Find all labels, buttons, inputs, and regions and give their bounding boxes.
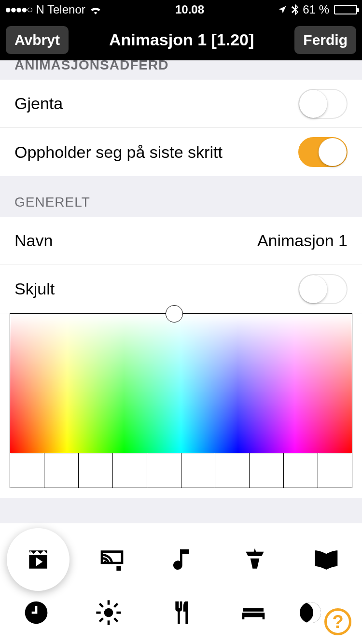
tab-brightness[interactable]: [80, 588, 138, 637]
color-swatch[interactable]: [215, 453, 250, 488]
tab-cast[interactable]: [83, 535, 141, 584]
question-mark-icon: ?: [332, 612, 343, 632]
status-bar: ●●●●○ N Telenor 10.08 61 %: [0, 0, 362, 19]
battery-icon: [334, 5, 357, 14]
svg-line-10: [114, 603, 118, 607]
svg-line-9: [99, 618, 103, 622]
color-swatch[interactable]: [318, 453, 352, 488]
bed-icon: [240, 599, 267, 626]
nav-bar: Avbryt Animasjon 1 [1.20] Ferdig: [0, 19, 362, 60]
svg-point-0: [104, 560, 107, 563]
section-header-general: GENERELT: [0, 176, 362, 217]
tab-book[interactable]: [297, 535, 355, 584]
tab-music[interactable]: [154, 535, 212, 584]
done-button[interactable]: Ferdig: [294, 26, 356, 54]
svg-line-7: [99, 603, 103, 607]
tab-animation[interactable]: [7, 528, 70, 591]
color-swatch[interactable]: [113, 453, 147, 488]
section-header-behavior: ANIMASJONSADFERD: [0, 57, 362, 80]
sun-icon: [95, 599, 122, 626]
hidden-label: Skjult: [14, 280, 55, 298]
carrier-label: N Telenor: [36, 3, 85, 16]
status-time: 10.08: [175, 3, 204, 16]
clock-icon: [23, 599, 50, 626]
svg-point-2: [104, 608, 113, 617]
battery-pct-label: 61 %: [303, 3, 329, 16]
lectern-icon: [241, 546, 268, 573]
color-swatch[interactable]: [79, 453, 113, 488]
bluetooth-icon: [291, 4, 299, 15]
location-icon: [278, 5, 287, 14]
color-swatch[interactable]: [44, 453, 79, 488]
screen-remote-icon: [98, 546, 125, 573]
hold-last-step-label: Oppholder seg på siste skritt: [14, 143, 223, 162]
hidden-toggle[interactable]: [298, 274, 348, 304]
row-repeat[interactable]: Gjenta: [0, 80, 362, 128]
category-icon-grid: ?: [0, 523, 362, 644]
help-button[interactable]: ?: [324, 608, 351, 635]
utensils-icon: [167, 599, 195, 626]
repeat-label: Gjenta: [14, 94, 63, 113]
tab-dining[interactable]: [152, 588, 210, 637]
tab-bed[interactable]: [224, 588, 282, 637]
wifi-icon: [89, 5, 102, 14]
row-name[interactable]: Navn Animasjon 1: [0, 217, 362, 265]
row-hold-last-step[interactable]: Oppholder seg på siste skritt: [0, 128, 362, 176]
clapper-play-icon: [25, 546, 52, 573]
tab-podium[interactable]: [226, 535, 284, 584]
cancel-button[interactable]: Avbryt: [6, 26, 69, 54]
repeat-toggle[interactable]: [298, 89, 348, 119]
color-swatch[interactable]: [147, 453, 181, 488]
hold-last-step-toggle[interactable]: [298, 137, 348, 167]
tab-clock[interactable]: [7, 588, 65, 637]
color-swatch[interactable]: [10, 453, 44, 488]
color-picker-handle[interactable]: [166, 305, 183, 322]
color-swatch[interactable]: [250, 453, 284, 488]
signal-strength-icon: ●●●●○: [5, 3, 32, 16]
open-book-icon: [313, 546, 340, 573]
name-value: Animasjon 1: [257, 231, 348, 250]
row-hidden[interactable]: Skjult: [0, 265, 362, 313]
svg-line-8: [114, 618, 118, 622]
name-label: Navn: [14, 231, 53, 250]
color-swatch[interactable]: [284, 453, 318, 488]
color-picker-spectrum[interactable]: [10, 313, 352, 453]
page-title: Animasjon 1 [1.20]: [109, 30, 254, 49]
color-swatch-row: [10, 453, 352, 488]
color-swatch[interactable]: [181, 453, 216, 488]
color-picker: [0, 313, 362, 498]
moon-icon: [300, 602, 321, 623]
music-note-icon: [170, 546, 197, 573]
